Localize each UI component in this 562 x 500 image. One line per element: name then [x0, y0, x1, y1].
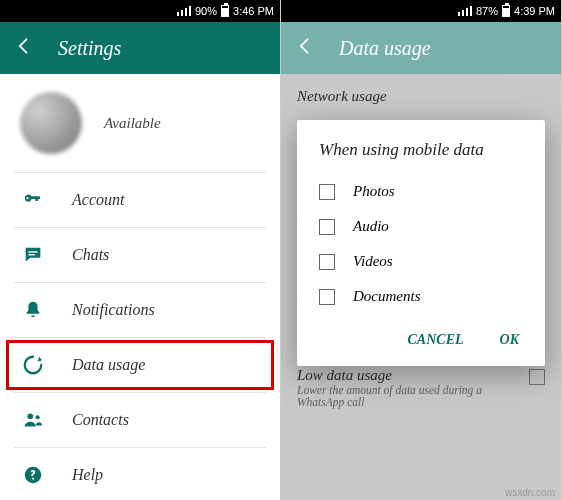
ok-button[interactable]: OK	[496, 324, 523, 356]
status-bar: 90% 3:46 PM	[0, 0, 280, 22]
svg-rect-1	[28, 251, 37, 252]
settings-item-label: Data usage	[72, 356, 145, 374]
dialog-option-photos[interactable]: Photos	[319, 174, 523, 209]
low-data-usage-row[interactable]: Low data usage Lower the amount of data …	[297, 367, 545, 408]
cancel-button[interactable]: CANCEL	[404, 324, 468, 356]
settings-list: AccountChatsNotificationsData usageConta…	[0, 173, 280, 500]
svg-point-3	[27, 413, 33, 419]
settings-item-chats[interactable]: Chats	[0, 228, 280, 282]
dialog-option-label: Audio	[353, 218, 389, 235]
settings-item-contacts[interactable]: Contacts	[0, 393, 280, 447]
status-time: 4:39 PM	[514, 5, 555, 17]
app-bar: Settings	[0, 22, 280, 74]
signal-icon	[458, 6, 472, 16]
settings-item-label: Contacts	[72, 411, 129, 429]
battery-icon	[502, 5, 510, 17]
chat-icon	[22, 244, 44, 266]
settings-item-label: Notifications	[72, 301, 155, 319]
settings-item-account[interactable]: Account	[0, 173, 280, 227]
dialog-option-label: Videos	[353, 253, 393, 270]
dialog-option-audio[interactable]: Audio	[319, 209, 523, 244]
settings-item-help[interactable]: Help	[0, 448, 280, 500]
contacts-icon	[22, 409, 44, 431]
battery-icon	[221, 5, 229, 17]
settings-item-label: Help	[72, 466, 103, 484]
settings-item-data-usage[interactable]: Data usage	[0, 338, 280, 392]
bell-icon	[22, 299, 44, 321]
svg-point-0	[26, 197, 28, 199]
settings-item-notifications[interactable]: Notifications	[0, 283, 280, 337]
key-icon	[22, 189, 44, 211]
avatar	[20, 92, 82, 154]
settings-item-label: Chats	[72, 246, 109, 264]
dialog-option-documents[interactable]: Documents	[319, 279, 523, 314]
checkbox[interactable]	[319, 219, 335, 235]
dialog-actions: CANCEL OK	[319, 324, 523, 356]
dialog-option-label: Documents	[353, 288, 421, 305]
battery-pct: 87%	[476, 5, 498, 17]
battery-pct: 90%	[195, 5, 217, 17]
dialog-option-label: Photos	[353, 183, 395, 200]
svg-rect-2	[28, 254, 34, 255]
checkbox[interactable]	[319, 184, 335, 200]
svg-point-4	[35, 415, 39, 419]
data-icon	[22, 354, 44, 376]
back-icon[interactable]	[295, 36, 315, 60]
low-data-label: Low data usage	[297, 367, 519, 384]
back-icon[interactable]	[14, 36, 34, 60]
phone-left: 90% 3:46 PM Settings Available AccountCh…	[0, 0, 281, 500]
signal-icon	[177, 6, 191, 16]
mobile-data-dialog: When using mobile data PhotosAudioVideos…	[297, 120, 545, 366]
profile-row[interactable]: Available	[0, 74, 280, 172]
app-bar: Data usage	[281, 22, 561, 74]
low-data-checkbox[interactable]	[529, 369, 545, 385]
phone-right: 87% 4:39 PM Data usage Network usage Med…	[281, 0, 562, 500]
status-time: 3:46 PM	[233, 5, 274, 17]
app-bar-title: Data usage	[339, 37, 431, 60]
profile-status: Available	[104, 115, 161, 132]
checkbox[interactable]	[319, 254, 335, 270]
network-usage-row[interactable]: Network usage	[297, 88, 545, 105]
help-icon	[22, 464, 44, 486]
app-bar-title: Settings	[58, 37, 121, 60]
dialog-option-videos[interactable]: Videos	[319, 244, 523, 279]
checkbox[interactable]	[319, 289, 335, 305]
settings-item-label: Account	[72, 191, 124, 209]
low-data-desc: Lower the amount of data used during a W…	[297, 384, 519, 408]
status-bar: 87% 4:39 PM	[281, 0, 561, 22]
dialog-title: When using mobile data	[319, 140, 523, 160]
